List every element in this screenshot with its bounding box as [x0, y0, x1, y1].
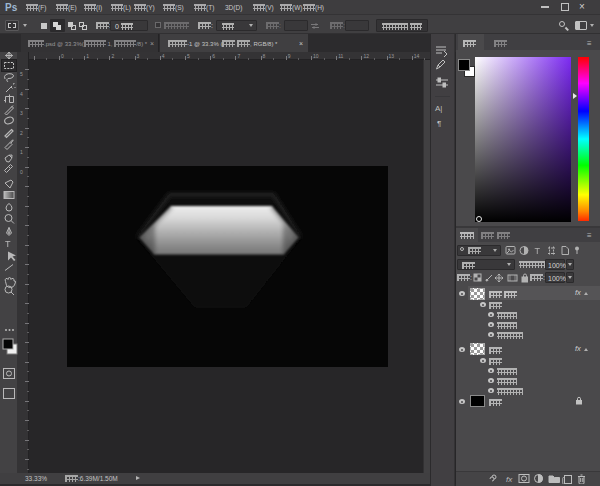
svg-text:¶: ¶: [437, 119, 441, 128]
svg-text:A|: A|: [435, 104, 442, 113]
svg-text:T: T: [5, 239, 11, 249]
svg-text:T: T: [535, 246, 541, 256]
svg-text:fx: fx: [506, 475, 513, 484]
